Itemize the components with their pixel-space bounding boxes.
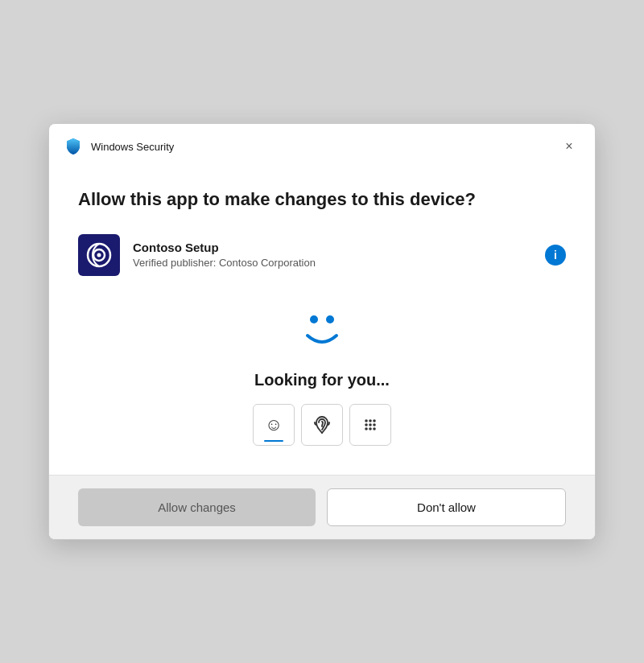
face-recognition-icon (290, 302, 354, 358)
svg-point-7 (373, 419, 376, 422)
auth-pin-button[interactable] (349, 404, 391, 446)
windows-security-icon (64, 137, 83, 156)
screen-background: Windows Security × Allow this app to mak… (0, 0, 644, 663)
app-info-row: Contoso Setup Verified publisher: Contos… (78, 234, 566, 276)
auth-fingerprint-button[interactable] (301, 404, 343, 446)
app-details: Contoso Setup Verified publisher: Contos… (133, 241, 532, 269)
contoso-icon (85, 241, 114, 270)
close-button[interactable]: × (558, 135, 580, 158)
info-icon[interactable]: i (545, 245, 566, 266)
dialog-footer: Allow changes Don't allow (49, 475, 595, 539)
title-bar: Windows Security × (49, 124, 595, 166)
main-question: Allow this app to make changes to this d… (78, 188, 566, 212)
svg-point-3 (310, 315, 318, 323)
face-section: Looking for you... ☺ (78, 302, 566, 446)
auth-face-button[interactable]: ☺ (253, 404, 295, 446)
allow-changes-button[interactable]: Allow changes (78, 488, 316, 526)
svg-point-9 (369, 423, 372, 426)
svg-point-13 (373, 427, 376, 430)
dialog-body: Allow this app to make changes to this d… (49, 166, 595, 475)
svg-point-8 (365, 423, 368, 426)
svg-point-4 (326, 315, 334, 323)
svg-point-10 (373, 423, 376, 426)
svg-point-5 (365, 419, 368, 422)
app-name: Contoso Setup (133, 241, 532, 254)
title-bar-text: Windows Security (91, 141, 550, 153)
dont-allow-button[interactable]: Don't allow (327, 488, 566, 526)
face-auth-icon: ☺ (265, 414, 283, 435)
svg-point-12 (369, 427, 372, 430)
svg-point-2 (97, 253, 101, 257)
svg-point-11 (365, 427, 368, 430)
looking-text: Looking for you... (254, 371, 390, 389)
app-icon-box (78, 234, 120, 276)
auth-icons-row: ☺ (253, 404, 391, 446)
app-publisher: Verified publisher: Contoso Corporation (133, 257, 532, 269)
svg-point-6 (369, 419, 372, 422)
fingerprint-auth-icon (312, 414, 332, 435)
pin-auth-icon (361, 415, 380, 434)
uac-dialog: Windows Security × Allow this app to mak… (48, 123, 596, 540)
